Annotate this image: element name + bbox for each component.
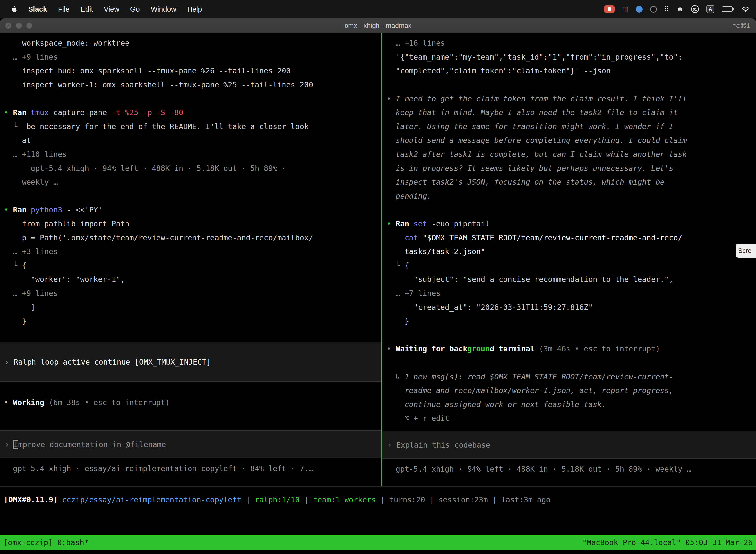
terminal-line — [4, 382, 381, 396]
terminal-line: … +16 lines — [387, 36, 756, 50]
terminal-line: … +9 lines — [4, 50, 381, 64]
menu-item-window[interactable]: Window — [151, 5, 176, 13]
menu-item-edit[interactable]: Edit — [81, 5, 93, 13]
window-title-bar: ✕ omx --xhigh --madmax ⌥⌘1 — [0, 18, 756, 33]
silhouette-icon[interactable]: ☻ — [677, 5, 684, 13]
omx-status-line: [OMX#0.11.9] cczip/essay/ai-reimplementa… — [4, 493, 551, 507]
terminal-line: inspect_worker-1: omx sparkshell --tmux-… — [4, 78, 381, 92]
terminal-line: ⌥ + ↑ edit — [387, 411, 756, 426]
screen-recording-indicator[interactable] — [604, 5, 615, 13]
window-shortcut-badge: ⌥⌘1 — [733, 22, 756, 30]
terminal-line: keep that in mind. Maybe I also need the… — [387, 106, 756, 120]
terminal-line: continue assigned work or next feasible … — [387, 398, 756, 411]
terminal-line: '{"team_name":"my-team","task_id":"1","f… — [387, 50, 756, 64]
terminal-line: └ { — [387, 259, 756, 273]
tmux-status-bar: [omx-cczip] 0:bash* "MacBook-Pro-44.loca… — [0, 535, 756, 550]
terminal-line: cat "$OMX_TEAM_STATE_ROOT/team/review-cu… — [387, 231, 756, 245]
terminal-line — [387, 328, 756, 342]
battery-icon[interactable] — [722, 6, 734, 12]
terminal-line — [4, 409, 381, 424]
terminal-line: is in progress? It seems likely but perh… — [387, 161, 756, 175]
terminal-line — [4, 328, 381, 342]
working-status: • Working (6m 38s • esc to interrupt) — [4, 396, 381, 409]
terminal-line: … +110 lines — [4, 148, 381, 161]
tmux-session-label: [omx-cczip] 0:bash* — [3, 538, 88, 547]
terminal-line: inspect_hud: omx sparkshell --tmux-pane … — [4, 64, 381, 78]
terminal-line: workspace_mode: worktree — [4, 36, 381, 50]
app-grid-icon[interactable]: ⠿ — [664, 5, 669, 13]
terminal-line: from pathlib import Path — [4, 217, 381, 231]
terminal-line: p = Path('.omx/state/team/review-current… — [4, 231, 381, 245]
tmux-host-clock: "MacBook-Pro-44.local" 05:03 31-Mar-26 — [582, 538, 753, 547]
blue-app-icon[interactable] — [636, 6, 643, 13]
screen-overlay-tooltip: Scre — [736, 244, 756, 258]
terminal-line: ] — [4, 300, 381, 314]
composer-input[interactable]: › Improve documentation in @filename — [0, 430, 381, 458]
session-footer: gpt-5.4 xhigh · essay/ai-reimplementatio… — [4, 462, 381, 476]
terminal-line — [387, 78, 756, 92]
terminal-line: … +9 lines — [4, 286, 381, 300]
tmux-pane-right[interactable]: … +16 lines '{"team_name":"my-team","tas… — [382, 33, 756, 487]
terminal-line: pending. — [387, 189, 756, 203]
terminal-line: "created_at": "2026-03-31T11:59:27.816Z" — [387, 300, 756, 314]
screen: Slack File Edit View Go Window Help ▦ ⠿ … — [0, 0, 756, 554]
terminal-line: } — [387, 314, 756, 328]
menu-item-view[interactable]: View — [104, 5, 119, 13]
terminal-line — [4, 189, 381, 203]
tmux-pane-left[interactable]: workspace_mode: worktree … +9 lines insp… — [0, 33, 381, 487]
session-footer: gpt-5.4 xhigh · 94% left · 488K in · 5.1… — [387, 462, 756, 476]
terminal-line: readme-and-reco/mailbox/worker-1.json, a… — [387, 384, 756, 398]
ralph-loop-banner[interactable]: › Ralph loop active continue [OMX_TMUX_I… — [0, 342, 381, 382]
terminal-line: should send a message before completing … — [387, 133, 756, 148]
menu-item-file[interactable]: File — [58, 5, 70, 13]
terminal-line — [4, 92, 381, 106]
terminal-line: • Ran set -euo pipefail — [387, 217, 756, 231]
terminal-line: "completed","claim_token":"claim-token"}… — [387, 64, 756, 78]
terminal-line — [387, 203, 756, 217]
window-tiling-icon[interactable]: ▦ — [622, 5, 629, 13]
keyboard-input-icon[interactable]: A — [706, 5, 714, 13]
terminal-line: … +7 lines — [387, 286, 756, 300]
terminal-line: task2 after task1 is complete, but can I… — [387, 148, 756, 161]
omx-status-bar: [OMX#0.11.9] cczip/essay/ai-reimplementa… — [4, 493, 551, 507]
apple-menu-icon[interactable] — [11, 5, 17, 13]
terminal-line: inspect task2's JSON, focusing on the st… — [387, 175, 756, 189]
menu-item-go[interactable]: Go — [130, 5, 140, 13]
dark-app-icon[interactable] — [650, 6, 657, 13]
waiting-status: • Waiting for background terminal (3m 46… — [387, 342, 756, 356]
terminal-line: └ be necessary for the end of the README… — [4, 120, 381, 133]
terminal-line: … +3 lines — [4, 245, 381, 259]
terminal-line: gpt-5.4 xhigh · 94% left · 488K in · 5.1… — [4, 161, 381, 175]
screen-overlay-label: Scre — [738, 247, 751, 255]
battery-percent-icon[interactable]: 61 — [691, 5, 699, 13]
wifi-icon[interactable] — [742, 6, 750, 12]
terminal-line: ↳ 1 new msg(s): read $OMX_TEAM_STATE_ROO… — [387, 370, 756, 384]
terminal-line: "subject": "send a concise recommendatio… — [387, 273, 756, 286]
terminal-line: weekly … — [4, 175, 381, 189]
terminal-line: } — [4, 314, 381, 328]
terminal-line: • I need to get the claim token from the… — [387, 92, 756, 106]
terminal-line: later. Using the same for transition mig… — [387, 120, 756, 133]
menu-bar: Slack File Edit View Go Window Help ▦ ⠿ … — [0, 0, 756, 18]
pane-bottom-separator — [0, 487, 756, 487]
terminal-line: └ { — [4, 259, 381, 273]
terminal-line: at — [4, 133, 381, 148]
terminal-line: • Ran python3 - <<'PY' — [4, 203, 381, 217]
terminal-line: "worker": "worker-1", — [4, 273, 381, 286]
terminal-window: workspace_mode: worktree … +9 lines insp… — [0, 33, 756, 554]
terminal-line: • Ran tmux capture-pane -t %25 -p -S -80 — [4, 106, 381, 120]
menu-item-help[interactable]: Help — [187, 5, 202, 13]
menubar-app-name[interactable]: Slack — [28, 5, 47, 13]
window-title: omx --xhigh --madmax — [0, 22, 756, 30]
composer-input[interactable]: › Explain this codebase — [382, 431, 756, 459]
terminal-line — [387, 356, 756, 370]
text-cursor: I — [14, 440, 18, 449]
terminal-line: tasks/task-2.json" — [387, 245, 756, 259]
